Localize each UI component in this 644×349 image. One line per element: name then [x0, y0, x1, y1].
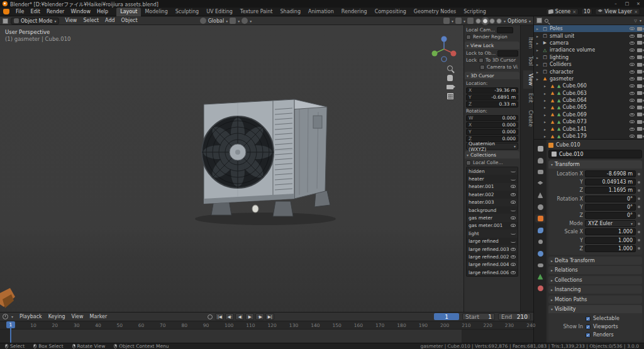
sidebar-tab[interactable]: Item: [523, 34, 533, 52]
hide-in-viewport-icon[interactable]: [630, 113, 635, 116]
disable-in-render-icon[interactable]: [637, 135, 642, 138]
workspace-tab[interactable]: Scripting: [460, 8, 490, 16]
render-region-checkbox[interactable]: [466, 35, 471, 40]
collection-row[interactable]: large refined.006: [467, 269, 518, 276]
timeline-menu[interactable]: Playback: [16, 313, 45, 321]
collection-row[interactable]: light: [467, 230, 518, 237]
transport-button[interactable]: [215, 313, 224, 320]
proportional-editing-icon[interactable]: [242, 18, 248, 24]
mode-select[interactable]: Object Mode ▾: [11, 18, 59, 25]
outliner-row[interactable]: ▸ Cube.063: [534, 90, 644, 97]
properties-tab[interactable]: [535, 168, 545, 176]
animate-property-icon[interactable]: [638, 206, 640, 208]
disable-in-render-icon[interactable]: [637, 34, 642, 38]
object-name[interactable]: Cube.060: [562, 83, 586, 89]
disclosure-arrow-icon[interactable]: ▸: [544, 84, 548, 88]
orientation-label[interactable]: Global: [208, 18, 225, 24]
disclosure-arrow-icon[interactable]: ▸: [536, 41, 540, 45]
xray-toggle-icon[interactable]: [467, 18, 474, 24]
visibility-eye-icon[interactable]: [511, 201, 516, 204]
disable-in-render-icon[interactable]: [637, 113, 642, 116]
transport-button[interactable]: [235, 313, 244, 320]
frame-start-field[interactable]: Start 1: [462, 313, 495, 320]
playhead-frame-label[interactable]: 1: [6, 321, 15, 328]
visibility-checkbox[interactable]: [586, 324, 591, 330]
hide-in-viewport-icon[interactable]: [630, 48, 635, 52]
disable-in-render-icon[interactable]: [637, 48, 642, 52]
hide-in-viewport-icon[interactable]: [630, 135, 635, 138]
visibility-checkbox[interactable]: [586, 333, 591, 338]
transport-button[interactable]: [265, 313, 274, 320]
overlays-toggle-icon[interactable]: [455, 18, 462, 24]
viewport-menu[interactable]: Object: [118, 16, 141, 25]
outliner-row[interactable]: ▸ Cube.065: [534, 104, 644, 111]
view-lock-panel-header[interactable]: ▾ View Lock: [465, 42, 519, 49]
properties-section-header[interactable]: ▸ Relations: [548, 266, 642, 274]
hide-in-viewport-icon[interactable]: [630, 128, 635, 131]
visibility-eye-icon[interactable]: [511, 240, 516, 243]
workspace-tab[interactable]: Rendering: [338, 8, 371, 16]
viewport-menu[interactable]: Add: [102, 16, 118, 25]
sidebar-tab[interactable]: View: [523, 70, 533, 89]
outliner-row[interactable]: ▸ Cube.069: [534, 111, 644, 118]
auto-keyframe-icon[interactable]: [208, 314, 213, 319]
frame-end-field[interactable]: End 210: [498, 313, 531, 320]
visibility-eye-icon[interactable]: [511, 170, 516, 172]
menubar-menu[interactable]: Help: [94, 8, 111, 16]
disable-in-render-icon[interactable]: [637, 120, 642, 124]
disable-in-render-icon[interactable]: [637, 41, 642, 45]
sidebar-tab[interactable]: Edit: [523, 90, 533, 106]
object-name[interactable]: Cube.179: [562, 133, 586, 139]
animate-property-icon[interactable]: [638, 173, 640, 175]
hide-in-viewport-icon[interactable]: [630, 42, 635, 45]
hide-in-viewport-icon[interactable]: [630, 106, 635, 109]
object-name[interactable]: lighting: [550, 55, 569, 60]
transform-panel-header[interactable]: ▾ Transform: [548, 160, 642, 169]
object-name[interactable]: small unit: [550, 33, 574, 39]
properties-tab[interactable]: [535, 180, 545, 188]
outliner-row[interactable]: ▸ lighting: [534, 54, 644, 61]
transport-button[interactable]: [245, 313, 254, 320]
cursor-location-field[interactable]: Z 0.33 m: [466, 101, 518, 108]
disclosure-arrow-icon[interactable]: ▸: [536, 70, 540, 74]
disable-in-render-icon[interactable]: [637, 127, 642, 131]
menubar-menu[interactable]: Edit: [27, 8, 43, 16]
disclosure-arrow-icon[interactable]: ▸: [544, 127, 548, 131]
shading-mode-icon[interactable]: [482, 18, 488, 24]
animate-property-icon[interactable]: [638, 231, 640, 233]
properties-tab[interactable]: [535, 284, 545, 292]
collection-row[interactable]: large refined.004: [467, 261, 518, 269]
hide-in-viewport-icon[interactable]: [630, 27, 635, 30]
value-field[interactable]: 0°: [585, 196, 636, 202]
animate-property-icon[interactable]: [638, 247, 640, 250]
visibility-eye-icon[interactable]: [511, 209, 516, 211]
outliner-editor-icon[interactable]: [536, 18, 542, 23]
lock-to-object-field[interactable]: [497, 50, 518, 57]
visibility-eye-icon[interactable]: [511, 216, 516, 219]
menubar-menu[interactable]: Render: [43, 8, 67, 16]
object-name[interactable]: Poles: [550, 26, 563, 31]
properties-tab[interactable]: [535, 261, 545, 269]
disable-in-render-icon[interactable]: [637, 106, 642, 109]
value-field[interactable]: 0.049143 m: [585, 179, 636, 186]
chevron-down-icon[interactable]: ▾: [640, 18, 641, 23]
outliner-row[interactable]: ▸ small unit: [534, 32, 644, 39]
navigation-gizmo[interactable]: [430, 35, 458, 63]
maximize-button[interactable]: □: [621, 0, 633, 8]
workspace-tab[interactable]: Layout: [116, 8, 141, 16]
collection-row[interactable]: large refined.003: [467, 245, 518, 253]
hide-in-viewport-icon[interactable]: [630, 120, 635, 123]
value-field[interactable]: XYZ Euler: [585, 220, 636, 227]
disclosure-arrow-icon[interactable]: ▸: [536, 77, 540, 81]
outliner-row[interactable]: ▸ gasmeter: [534, 75, 644, 82]
properties-tab[interactable]: [535, 214, 545, 223]
properties-tab[interactable]: [535, 145, 545, 153]
search-icon[interactable]: [545, 19, 548, 23]
visibility-eye-icon[interactable]: [511, 232, 516, 235]
object-name[interactable]: camera: [550, 40, 569, 46]
workspace-tab[interactable]: UV Editing: [203, 8, 236, 16]
object-name[interactable]: irradiance volume: [550, 47, 595, 53]
visibility-eye-icon[interactable]: [511, 255, 516, 258]
disable-in-render-icon[interactable]: [637, 84, 642, 88]
hide-in-viewport-icon[interactable]: [630, 56, 635, 59]
